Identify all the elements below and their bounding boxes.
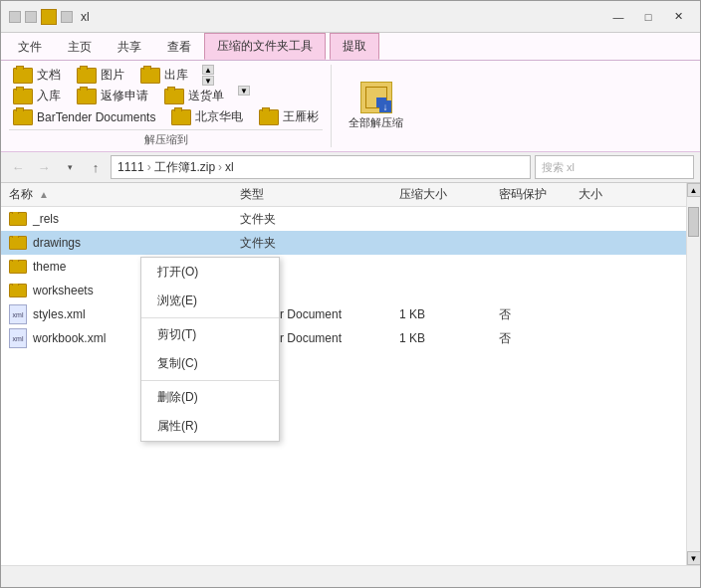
- ribbon-folder-bartender[interactable]: BarTender Documents: [9, 106, 159, 127]
- file-name-styles: styles.xml: [33, 307, 86, 321]
- folder-icon-return: [77, 89, 97, 104]
- col-compsize-label: 压缩大小: [399, 186, 447, 203]
- tab-file[interactable]: 文件: [5, 34, 55, 60]
- file-row-drawings[interactable]: drawings 文件夹: [1, 231, 686, 255]
- ribbon-folder-return[interactable]: 返修申请: [73, 86, 152, 106]
- sep1: ›: [147, 160, 151, 174]
- col-header-size[interactable]: 大小: [579, 186, 658, 203]
- ribbon-folders-row1: 文档 图片 出库 ▲ ▼: [9, 65, 323, 86]
- tab-home[interactable]: 主页: [55, 34, 105, 60]
- folder-label-return: 返修申请: [101, 88, 148, 104]
- file-type-drawings: 文件夹: [240, 235, 399, 252]
- file-pwd-workbook: 否: [499, 330, 579, 347]
- main-window: xl — □ ✕ 文件 主页 共享 查看 压缩的文件夹工具 提取 文档: [0, 0, 701, 588]
- file-area: 名称 ▲ 类型 压缩大小 密码保护 大小: [1, 183, 700, 565]
- forward-button[interactable]: →: [33, 156, 55, 178]
- extract-all-label: 全部解压缩: [349, 115, 403, 130]
- ctx-divider-1: [141, 317, 279, 318]
- maximize-button[interactable]: □: [634, 6, 662, 28]
- file-row-rels[interactable]: _rels 文件夹: [1, 207, 686, 231]
- ctx-browse[interactable]: 浏览(E): [141, 287, 279, 315]
- col-header-name[interactable]: 名称 ▲: [1, 186, 240, 203]
- ribbon-folder-pics[interactable]: 图片: [73, 65, 128, 86]
- title-icons: [9, 9, 73, 25]
- ctx-delete[interactable]: 删除(D): [141, 383, 279, 412]
- folder-label-docs: 文档: [37, 67, 61, 84]
- ribbon-folders-row2: 入库 返修申请 送货单 ▼: [9, 86, 323, 106]
- window-title: xl: [81, 10, 604, 24]
- extract-all-button[interactable]: ↓ 全部解压缩: [340, 77, 412, 135]
- tab-extract[interactable]: 提取: [330, 33, 379, 60]
- file-name-theme: theme: [33, 260, 66, 274]
- ribbon-folder-bjhd[interactable]: 北京华电: [167, 106, 247, 127]
- ribbon-folder-docs[interactable]: 文档: [9, 65, 65, 86]
- folder-icon-theme: [9, 260, 27, 274]
- minimize-button[interactable]: —: [604, 6, 632, 28]
- ribbon: 文件 主页 共享 查看 压缩的文件夹工具 提取 文档 图片: [1, 33, 700, 152]
- folder-label-delivery: 送货单: [188, 88, 224, 104]
- ctx-open[interactable]: 打开(O): [141, 258, 279, 287]
- window-controls: — □ ✕: [604, 6, 692, 28]
- status-bar: [1, 565, 700, 587]
- ctx-copy[interactable]: 复制(C): [141, 349, 279, 378]
- ribbon-folder-delivery[interactable]: 送货单: [160, 86, 228, 106]
- ribbon-folder-wang[interactable]: 王雁彬: [255, 106, 323, 127]
- scroll-up-arrow[interactable]: ▲: [687, 183, 701, 197]
- column-header: 名称 ▲ 类型 压缩大小 密码保护 大小: [1, 183, 686, 207]
- address-bar: ← → ▾ ↑ 1111 › 工作簿1.zip › xl 搜索 xl: [1, 152, 700, 183]
- search-box[interactable]: 搜索 xl: [535, 155, 694, 179]
- scroll-down-arrow[interactable]: ▼: [687, 551, 701, 565]
- col-header-type[interactable]: 类型: [240, 186, 399, 203]
- ribbon-folders-row3: BarTender Documents 北京华电 王雁彬: [9, 106, 323, 127]
- file-list: _rels 文件夹 drawings 文件夹: [1, 207, 686, 565]
- file-name-drawings: drawings: [33, 236, 81, 250]
- ribbon-tabs: 文件 主页 共享 查看 压缩的文件夹工具 提取: [1, 33, 700, 61]
- ribbon-folder-in[interactable]: 入库: [9, 86, 65, 106]
- ctx-cut[interactable]: 剪切(T): [141, 320, 279, 349]
- tab-compress-tool[interactable]: 压缩的文件夹工具: [204, 33, 326, 60]
- ribbon-content: 文档 图片 出库 ▲ ▼: [1, 61, 700, 151]
- ctx-properties[interactable]: 属性(R): [141, 412, 279, 441]
- file-row-theme[interactable]: theme 文件夹: [1, 255, 686, 279]
- folder-icon-delivery: [164, 89, 184, 104]
- recent-locations-button[interactable]: ▾: [59, 156, 81, 178]
- scroll-thumb[interactable]: [688, 207, 699, 237]
- file-row-workbook[interactable]: xml workbook.xml Browser Document 1 KB 否: [1, 326, 686, 350]
- title-bar: xl — □ ✕: [1, 1, 700, 33]
- sort-indicator: ▲: [39, 189, 49, 200]
- file-icon-styles: xml: [9, 304, 27, 324]
- file-type-rels: 文件夹: [240, 211, 399, 228]
- file-compsize-workbook: 1 KB: [399, 331, 499, 345]
- tab-view[interactable]: 查看: [154, 34, 204, 60]
- file-row-styles[interactable]: xml styles.xml Browser Document 1 KB 否: [1, 302, 686, 326]
- folder-icon-drawings: [9, 236, 27, 250]
- scrollbar-right: ▲ ▼: [686, 183, 700, 565]
- scroll-up-btn[interactable]: ▲: [202, 65, 214, 75]
- file-name-workbook: workbook.xml: [33, 331, 106, 345]
- back-button[interactable]: ←: [7, 156, 29, 178]
- file-name-worksheets: worksheets: [33, 284, 94, 297]
- scroll-down-btn-2[interactable]: ▼: [238, 86, 250, 96]
- search-placeholder: 搜索 xl: [542, 160, 575, 175]
- col-header-pwd[interactable]: 密码保护: [499, 186, 579, 203]
- ribbon-section-label: 解压缩到: [9, 129, 323, 147]
- extract-all-icon: ↓: [360, 82, 392, 113]
- col-name-label: 名称: [9, 186, 33, 203]
- tab-share[interactable]: 共享: [105, 34, 154, 60]
- col-header-compsize[interactable]: 压缩大小: [399, 186, 499, 203]
- file-row-worksheets[interactable]: worksheets 文件夹: [1, 279, 686, 302]
- folder-icon-in: [13, 89, 33, 104]
- folder-label-bjhd: 北京华电: [195, 108, 243, 125]
- ribbon-folder-out[interactable]: 出库: [136, 65, 192, 86]
- folder-icon-docs: [13, 68, 33, 84]
- folder-icon-bartender: [13, 109, 33, 125]
- folder-label-wang: 王雁彬: [283, 108, 319, 125]
- scroll-down-btn-1[interactable]: ▼: [202, 76, 214, 86]
- title-icon-left: [9, 11, 21, 23]
- close-button[interactable]: ✕: [664, 6, 692, 28]
- folder-icon-out: [140, 68, 160, 84]
- up-button[interactable]: ↑: [85, 156, 107, 178]
- col-size-label: 大小: [579, 186, 602, 203]
- breadcrumb[interactable]: 1111 › 工作簿1.zip › xl: [111, 155, 531, 179]
- title-icon-middle: [25, 11, 37, 23]
